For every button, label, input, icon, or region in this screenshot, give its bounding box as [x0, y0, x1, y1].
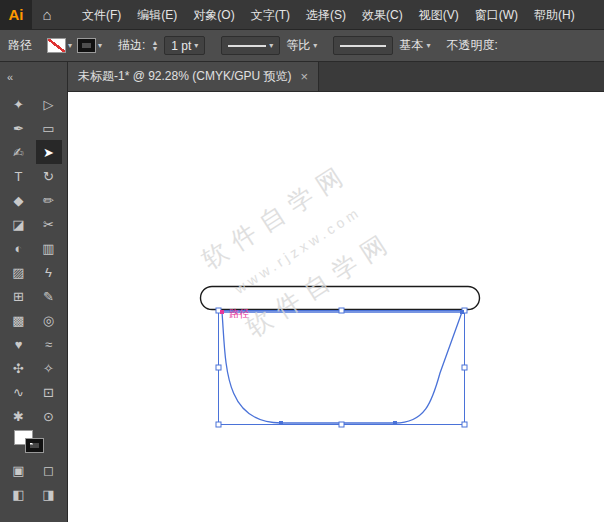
width-tool-tool[interactable]: ✣ — [6, 356, 32, 380]
width-profile-label-caret-icon[interactable]: ▾ — [313, 41, 317, 50]
width-profile-dropdown[interactable]: ▾ — [221, 36, 280, 55]
rotate-tool[interactable]: ↻ — [36, 164, 62, 188]
hand-tool[interactable]: ✱ — [6, 404, 32, 428]
smooth-tool[interactable]: ∿ — [6, 380, 32, 404]
opacity-label: 不透明度: — [446, 37, 497, 54]
selected-basket-path[interactable] — [222, 312, 462, 423]
eraser-tool[interactable]: ◪ — [6, 212, 32, 236]
draw-behind-mode-tool[interactable]: ◻ — [36, 458, 62, 482]
perspective-grid-tool[interactable]: ▩ — [6, 308, 32, 332]
eyedropper-tool[interactable]: ✧ — [36, 356, 62, 380]
tab-close-icon[interactable]: × — [301, 69, 309, 84]
stroke-weight-field[interactable]: 1 pt ▾ — [164, 36, 205, 55]
pen-tool[interactable]: ✒ — [6, 116, 32, 140]
main-area: « ✦▷✒▭✍➤T↻◆✏◪✂◐▥▨ϟ⊞✎▩◎♥≈✣✧∿⊡✱⊙ ▣◻◧◨ 未标题-… — [0, 62, 604, 522]
tools-panel: « ✦▷✒▭✍➤T↻◆✏◪✂◐▥▨ϟ⊞✎▩◎♥≈✣✧∿⊡✱⊙ ▣◻◧◨ — [0, 62, 68, 522]
brush-definition-label: 基本 — [399, 37, 423, 54]
control-bar: 路径 ▾ ▾ 描边: ▲▼ 1 pt ▾ ▾ 等比 ▾ 基本 ▾ 不透明度: — [0, 30, 604, 62]
highlighted-anchor[interactable] — [220, 310, 224, 314]
document-area: 未标题-1* @ 92.28% (CMYK/GPU 预览) × 软件自学网 ww… — [68, 62, 604, 522]
selection-tool[interactable]: ➤ — [36, 140, 62, 164]
scissors-tool[interactable]: ✂ — [36, 212, 62, 236]
width-profile-label: 等比 — [286, 37, 310, 54]
menu-object[interactable]: 对象(O) — [185, 0, 242, 30]
symbol-sprayer-tool[interactable]: ◎ — [36, 308, 62, 332]
menu-help[interactable]: 帮助(H) — [526, 0, 583, 30]
brush-definition-dropdown[interactable] — [333, 36, 393, 55]
home-icon[interactable]: ⌂ — [32, 6, 62, 23]
width-profile-preview — [228, 45, 266, 47]
blend-tool[interactable]: ≈ — [36, 332, 62, 356]
slice-tool[interactable]: ϟ — [36, 260, 62, 284]
menu-bar: Ai ⌂ 文件(F)编辑(E)对象(O)文字(T)选择(S)效果(C)视图(V)… — [0, 0, 604, 30]
illustrator-window: Ai ⌂ 文件(F)编辑(E)对象(O)文字(T)选择(S)效果(C)视图(V)… — [0, 0, 604, 522]
stroke-swatch-caret-icon[interactable]: ▾ — [98, 41, 102, 50]
mesh-tool[interactable]: ▨ — [6, 260, 32, 284]
path-type-tooltip: 路径 — [229, 308, 249, 319]
shape-builder-tool[interactable]: ♥ — [6, 332, 32, 356]
fill-stroke-indicator[interactable] — [15, 431, 55, 457]
canvas[interactable]: 软件自学网 www.rjzxw.com 软件自学网 — [68, 92, 604, 522]
tool-grid: ✦▷✒▭✍➤T↻◆✏◪✂◐▥▨ϟ⊞✎▩◎♥≈✣✧∿⊡✱⊙ — [0, 92, 67, 428]
menu-edit[interactable]: 编辑(E) — [129, 0, 185, 30]
menu-view[interactable]: 视图(V) — [411, 0, 467, 30]
menu-select[interactable]: 选择(S) — [298, 0, 354, 30]
stroke-weight-label: 描边: — [118, 37, 145, 54]
selection-bounding-box — [219, 311, 465, 425]
fill-swatch-caret-icon[interactable]: ▾ — [68, 41, 72, 50]
stroke-weight-stepper[interactable]: ▲▼ — [151, 40, 158, 52]
stroke-color-swatch[interactable] — [78, 39, 95, 52]
tool-grid-bottom: ▣◻◧◨ — [0, 458, 67, 506]
menu-window[interactable]: 窗口(W) — [467, 0, 526, 30]
app-logo: Ai — [0, 0, 32, 30]
stroke-indicator[interactable] — [26, 439, 43, 452]
paintbrush-tool[interactable]: ✍ — [6, 140, 32, 164]
stroke-weight-value: 1 pt — [171, 39, 191, 53]
magic-wand-tool[interactable]: ✦ — [6, 92, 32, 116]
direct-selection-tool[interactable]: ▷ — [36, 92, 62, 116]
document-tab[interactable]: 未标题-1* @ 92.28% (CMYK/GPU 预览) × — [68, 62, 319, 91]
brush-definition-preview — [340, 45, 386, 47]
collapse-toolbar-button[interactable]: « — [0, 62, 67, 92]
selection-type-label: 路径 — [8, 37, 32, 54]
menu-file[interactable]: 文件(F) — [74, 0, 129, 30]
anchor-points[interactable] — [220, 310, 464, 425]
type-tool[interactable]: T — [6, 164, 32, 188]
shaper-tool[interactable]: ⊞ — [6, 284, 32, 308]
artboard-tool[interactable]: ⊡ — [36, 380, 62, 404]
rectangle-tool[interactable]: ▭ — [36, 116, 62, 140]
selection-handles[interactable] — [216, 308, 467, 427]
curvature-tool[interactable]: ✎ — [36, 284, 62, 308]
menu-type[interactable]: 文字(T) — [243, 0, 298, 30]
pill-rectangle-shape[interactable] — [201, 287, 480, 310]
tab-bar: 未标题-1* @ 92.28% (CMYK/GPU 预览) × — [68, 62, 604, 92]
width-profile-caret-icon: ▾ — [269, 41, 273, 50]
menu-items: 文件(F)编辑(E)对象(O)文字(T)选择(S)效果(C)视图(V)窗口(W)… — [74, 0, 583, 30]
pencil-tool[interactable]: ✏ — [36, 188, 62, 212]
gradient-tool[interactable]: ◐ — [6, 236, 32, 260]
artboard-drawing: 路径 — [68, 92, 604, 522]
stroke-weight-caret-icon: ▾ — [194, 41, 198, 50]
brush-definition-caret-icon[interactable]: ▾ — [426, 41, 430, 50]
fill-color-swatch[interactable] — [48, 39, 65, 52]
knife-tool[interactable]: ◆ — [6, 188, 32, 212]
column-graph-tool[interactable]: ▥ — [36, 236, 62, 260]
change-screen-mode-tool[interactable]: ◨ — [36, 482, 62, 506]
zoom-tool[interactable]: ⊙ — [36, 404, 62, 428]
screen-mode-tool[interactable]: ◧ — [6, 482, 32, 506]
menu-effect[interactable]: 效果(C) — [354, 0, 411, 30]
draw-normal-mode-tool[interactable]: ▣ — [6, 458, 32, 482]
document-tab-title: 未标题-1* @ 92.28% (CMYK/GPU 预览) — [78, 68, 292, 85]
